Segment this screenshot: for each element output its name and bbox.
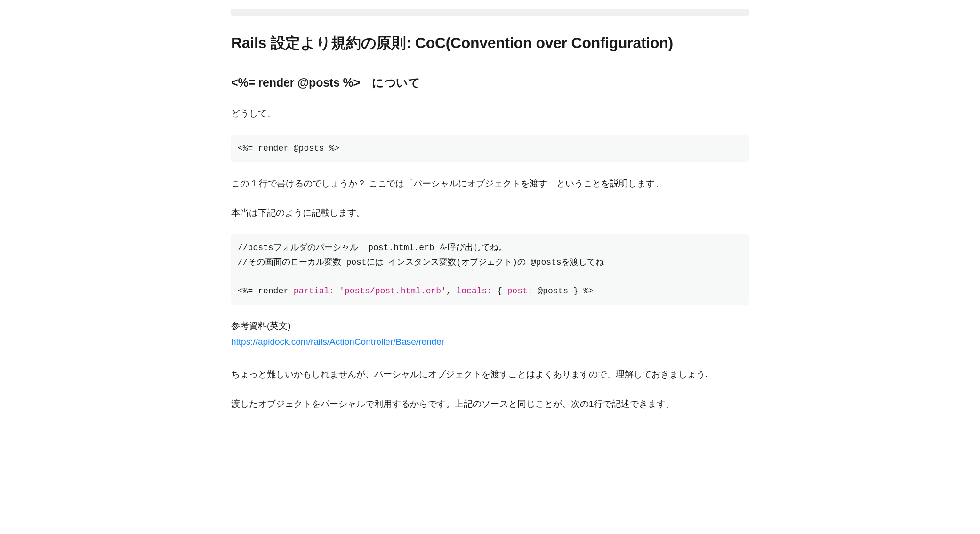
code-comma: ,	[446, 286, 457, 296]
paragraph-summary: 渡したオブジェクトをパーシャルで利用するからです。上記のソースと同じことが、次の…	[231, 396, 749, 412]
code-kw-post: post:	[507, 286, 533, 296]
paragraph-explain1: この 1 行で書けるのでしょうか？ ここでは「パーシャルにオブジェクトを渡す」と…	[231, 176, 749, 192]
reference-link[interactable]: https://apidock.com/rails/ActionControll…	[231, 337, 444, 347]
code-string-path: 'posts/post.html.erb'	[334, 286, 446, 296]
code-kw-locals: locals:	[457, 286, 492, 296]
top-bar-decoration	[231, 9, 749, 16]
reference-label: 参考資料(英文)	[231, 318, 749, 333]
heading-main: Rails 設定より規約の原則: CoC(Convention over Con…	[231, 32, 749, 54]
reference-block: 参考資料(英文) https://apidock.com/rails/Actio…	[231, 318, 749, 350]
heading-sub: <%= render @posts %> について	[231, 73, 749, 93]
code-block-full: //postsフォルダのパーシャル _post.html.erb を呼び出してね…	[231, 234, 749, 305]
paragraph-intro: どうして、	[231, 105, 749, 121]
code-render-end: @posts } %>	[533, 286, 594, 296]
paragraph-explain2: 本当は下記のように記載します。	[231, 205, 749, 221]
article-container: Rails 設定より規約の原則: CoC(Convention over Con…	[179, 0, 801, 444]
code-brace-open: {	[492, 286, 507, 296]
code-render-pre: <%= render	[238, 286, 294, 296]
code-text: <%= render @posts %>	[238, 144, 339, 153]
code-comment-2: //その画面のローカル変数 postには インスタンス変数(オブジェクト)の @…	[238, 258, 604, 267]
code-comment-1: //postsフォルダのパーシャル _post.html.erb を呼び出してね…	[238, 243, 507, 252]
code-block-short: <%= render @posts %>	[231, 135, 749, 162]
paragraph-note: ちょっと難しいかもしれませんが、パーシャルにオブジェクトを渡すことはよくあります…	[231, 366, 749, 382]
code-kw-partial: partial:	[294, 286, 334, 296]
